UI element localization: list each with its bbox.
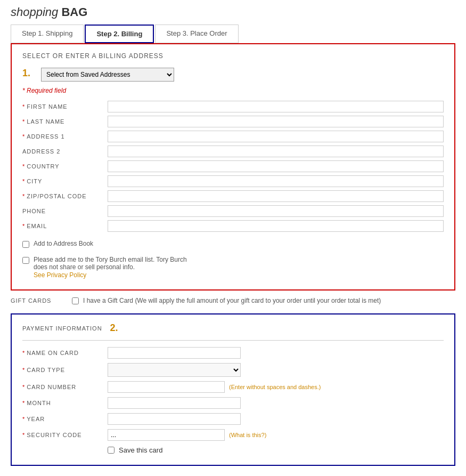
field-row-month: *MONTH [22, 397, 444, 409]
field-row-card-type: *CARD TYPE Visa MasterCard American Expr… [22, 363, 444, 377]
input-zip[interactable] [108, 190, 444, 202]
field-row-phone: PHONE [22, 205, 444, 217]
save-card-row: Save this card [108, 446, 444, 454]
input-card-number[interactable] [108, 381, 225, 393]
input-address1[interactable] [108, 131, 444, 142]
privacy-policy-link[interactable]: See Privacy Policy [34, 271, 86, 279]
saved-row: 1. Select from Saved Addresses [22, 68, 444, 82]
input-city[interactable] [108, 175, 444, 187]
field-row-card-number: *CARD NUMBER (Enter without spaces and d… [22, 381, 444, 393]
billing-section: SELECT OR ENTER A BILLING ADDRESS 1. Sel… [11, 43, 455, 291]
checkbox-row-address-book: Add to Address Book [22, 240, 444, 248]
required-note: * Required field [22, 87, 444, 94]
field-row-zip: *ZIP/POSTAL CODE [22, 190, 444, 202]
payment-section-title: PAYMENT INFORMATION [22, 325, 102, 332]
security-code-input-group: (What is this?) [108, 429, 266, 441]
checkbox-row-email-list: Please add me to the Tory Burch email li… [22, 256, 444, 279]
input-month[interactable] [108, 397, 241, 409]
checkbox-gift-card[interactable] [72, 297, 79, 304]
saved-addresses-select[interactable]: Select from Saved Addresses [41, 68, 174, 82]
title-italic: shopping [11, 5, 58, 19]
field-row-email: *EMAIL [22, 220, 444, 232]
tab-shipping[interactable]: Step 1. Shipping [11, 25, 84, 43]
field-row-security-code: *SECURITY CODE (What is this?) [22, 429, 444, 441]
payment-divider [22, 340, 444, 341]
label-card-type: *CARD TYPE [22, 367, 108, 373]
checkbox-email-label1: Please add me to the Tory Burch email li… [34, 256, 187, 263]
label-first-name: *FIRST NAME [22, 103, 108, 110]
page-title: shopping BAG [11, 5, 455, 19]
input-security-code[interactable] [108, 429, 225, 441]
checkbox-address-book[interactable] [22, 241, 29, 248]
field-row-last-name: *LAST NAME [22, 116, 444, 127]
card-number-input-group: (Enter without spaces and dashes.) [108, 381, 321, 393]
label-city: *CITY [22, 178, 108, 184]
input-first-name[interactable] [108, 101, 444, 112]
field-row-year: *YEAR [22, 413, 444, 425]
checkbox-address-book-label: Add to Address Book [34, 240, 93, 247]
card-number-hint: (Enter without spaces and dashes.) [229, 384, 321, 390]
label-address1: *ADDRESS 1 [22, 133, 108, 140]
label-country: *COUNTRY [22, 163, 108, 170]
label-name-on-card: *NAME ON CARD [22, 350, 108, 356]
label-year: *YEAR [22, 416, 108, 422]
input-name-on-card[interactable] [108, 347, 241, 359]
select-card-type[interactable]: Visa MasterCard American Express [108, 363, 241, 377]
payment-step-number: 2. [110, 322, 118, 334]
label-email: *EMAIL [22, 223, 108, 229]
input-email[interactable] [108, 220, 444, 232]
field-row-first-name: *FIRST NAME [22, 101, 444, 112]
title-bag: BAG [61, 5, 87, 19]
field-row-address1: *ADDRESS 1 [22, 131, 444, 142]
input-phone[interactable] [108, 205, 444, 217]
payment-section: PAYMENT INFORMATION 2. *NAME ON CARD *CA… [11, 313, 455, 466]
label-address2: ADDRESS 2 [22, 148, 108, 155]
label-phone: PHONE [22, 208, 108, 214]
label-security-code: *SECURITY CODE [22, 432, 108, 438]
checkbox-save-card[interactable] [108, 447, 115, 454]
field-row-country: *COUNTRY [22, 160, 444, 172]
gift-check-row: I have a Gift Card (We will apply the fu… [72, 297, 381, 304]
tab-billing[interactable]: Step 2. Billing [85, 25, 154, 43]
tabs-container: Step 1. Shipping Step 2. Billing Step 3.… [11, 25, 455, 43]
checkbox-email-list[interactable] [22, 257, 29, 264]
input-year[interactable] [108, 413, 241, 425]
gift-cards-row: GIFT CARDS I have a Gift Card (We will a… [11, 291, 455, 311]
label-last-name: *LAST NAME [22, 118, 108, 125]
input-address2[interactable] [108, 146, 444, 157]
field-row-address2: ADDRESS 2 [22, 146, 444, 157]
label-card-number: *CARD NUMBER [22, 384, 108, 390]
checkbox-email-label2: does not share or sell personal info. [34, 263, 187, 271]
label-month: *MONTH [22, 400, 108, 406]
billing-step-number: 1. [22, 68, 30, 79]
tab-place-order[interactable]: Step 3. Place Order [155, 25, 238, 43]
field-row-name-on-card: *NAME ON CARD [22, 347, 444, 359]
input-last-name[interactable] [108, 116, 444, 127]
billing-section-title: SELECT OR ENTER A BILLING ADDRESS [22, 52, 444, 60]
save-card-label: Save this card [119, 446, 162, 454]
input-country[interactable] [108, 160, 444, 172]
gift-cards-label: GIFT CARDS [11, 297, 64, 304]
security-code-hint: (What is this?) [229, 432, 266, 438]
gift-card-text: I have a Gift Card (We will apply the fu… [83, 297, 381, 304]
label-zip: *ZIP/POSTAL CODE [22, 193, 108, 199]
field-row-city: *CITY [22, 175, 444, 187]
payment-header: PAYMENT INFORMATION 2. [22, 322, 444, 334]
